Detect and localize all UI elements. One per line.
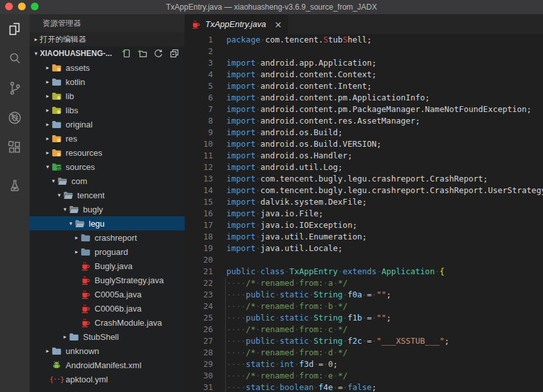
code-line-11[interactable]: 11import·android.os.Handler; <box>185 150 543 162</box>
code-area[interactable]: 1package·com.tencent.StubShell;23import·… <box>185 34 543 392</box>
tree-item-assets[interactable]: ▸assets <box>30 61 185 75</box>
code-line-16[interactable]: 16import·java.io.File; <box>185 208 543 219</box>
code-line-26[interactable]: 26····/*·renamed·from:·c·*/ <box>185 324 543 335</box>
line-number: 15 <box>185 196 213 208</box>
tree-item-com[interactable]: ▾com <box>30 174 185 188</box>
folder-icon <box>51 105 62 115</box>
code-line-4[interactable]: 4import·android.content.Context; <box>185 69 543 80</box>
collapse-all-button[interactable] <box>169 48 179 59</box>
code-text: import·android.os.Build.VERSION; <box>226 138 382 150</box>
tree-item-unknown[interactable]: ▸unknown <box>30 344 185 358</box>
code-line-5[interactable]: 5import·android.content.Intent; <box>185 80 543 92</box>
project-header[interactable]: ▾ XIAOHUASHENG-... <box>30 46 185 61</box>
traffic-light-zoom-button[interactable] <box>31 3 39 10</box>
tree-item-bugly[interactable]: ▾bugly <box>30 202 185 216</box>
tree-item-lib[interactable]: ▸lib <box>30 89 185 103</box>
android-file-icon <box>51 360 62 370</box>
code-line-30[interactable]: 30····/*·renamed·from:·e·*/ <box>185 370 543 382</box>
code-line-12[interactable]: 12import·android.util.Log; <box>185 162 543 173</box>
tree-item-label: com <box>71 176 87 186</box>
tree-item-legu[interactable]: ▾legu <box>30 216 185 230</box>
code-line-20[interactable]: 20 <box>185 254 543 266</box>
new-folder-button[interactable] <box>137 48 147 59</box>
no-bug-icon <box>7 110 23 126</box>
line-number: 14 <box>185 185 213 196</box>
tab-close-icon[interactable]: × <box>274 19 282 30</box>
activity-source-control[interactable] <box>0 73 30 103</box>
code-line-6[interactable]: 6import·android.content.pm.ApplicationIn… <box>185 92 543 104</box>
code-line-28[interactable]: 28····/*·renamed·from:·d·*/ <box>185 347 543 359</box>
tree-item-crashreport[interactable]: ▸crashreport <box>30 230 185 245</box>
code-line-25[interactable]: 25····public·static·String·f1b·=·""; <box>185 312 543 324</box>
line-number: 3 <box>185 57 213 69</box>
tree-item-StubShell[interactable]: ▸StubShell <box>30 330 185 344</box>
activity-search[interactable] <box>0 44 30 73</box>
tree-item-CrashModule.java[interactable]: CrashModule.java <box>30 315 185 330</box>
code-line-13[interactable]: 13import·com.tencent.bugly.legu.crashrep… <box>185 173 543 185</box>
code-line-9[interactable]: 9import·android.os.Build; <box>185 127 543 138</box>
code-line-24[interactable]: 24····/*·renamed·from:·b·*/ <box>185 301 543 312</box>
chevron-right-icon: ▸ <box>61 333 69 340</box>
tree-item-C0006b.java[interactable]: C0006b.java <box>30 301 185 315</box>
activity-extensions[interactable] <box>0 133 30 162</box>
new-file-button[interactable] <box>121 48 131 59</box>
code-line-8[interactable]: 8import·android.content.res.AssetManager… <box>185 115 543 127</box>
tree-item-apktool.yml[interactable]: {··}apktool.yml <box>30 372 185 386</box>
code-text: ····static·boolean·f4e·=·false; <box>226 382 376 392</box>
tree-item-label: unknown <box>66 346 99 356</box>
tree-item-Bugly.java[interactable]: Bugly.java <box>30 259 185 273</box>
java-file-icon <box>80 303 91 313</box>
activity-debug-off[interactable] <box>0 103 30 133</box>
tree-item-res[interactable]: ▸res <box>30 131 185 145</box>
line-number: 13 <box>185 173 213 185</box>
yml-file-icon: {··} <box>51 374 62 384</box>
code-line-10[interactable]: 10import·android.os.Build.VERSION; <box>185 138 543 150</box>
folder-icon <box>51 133 62 144</box>
tree-item-BuglyStrategy.java[interactable]: BuglyStrategy.java <box>30 273 185 287</box>
code-line-3[interactable]: 3import·android.app.Application; <box>185 57 543 69</box>
code-line-7[interactable]: 7import·android.content.pm.PackageManage… <box>185 104 543 115</box>
activity-bar <box>0 14 30 392</box>
traffic-light-close-button[interactable] <box>5 3 13 10</box>
folder-icon <box>51 91 62 101</box>
java-file-icon <box>80 317 91 328</box>
traffic-light-minimize-button[interactable] <box>18 3 26 10</box>
tree-item-proguard[interactable]: ▸proguard <box>30 245 185 259</box>
tree-item-resources[interactable]: ▸resources <box>30 145 185 160</box>
code-line-14[interactable]: 14import·com.tencent.bugly.legu.crashrep… <box>185 185 543 196</box>
folder-icon <box>51 147 62 158</box>
tree-item-libs[interactable]: ▸libs <box>30 103 185 117</box>
tab-txappentry[interactable]: TxAppEntry.java × <box>185 14 288 34</box>
line-number: 22 <box>185 277 213 289</box>
code-line-2[interactable]: 2 <box>185 46 543 57</box>
tree-item-C0005a.java[interactable]: C0005a.java <box>30 287 185 301</box>
activity-explorer[interactable] <box>0 14 30 44</box>
code-line-1[interactable]: 1package·com.tencent.StubShell; <box>185 34 543 46</box>
activity-tests[interactable] <box>0 171 30 201</box>
tree-item-sources[interactable]: ▾</>sources <box>30 160 185 174</box>
git-branch-icon <box>7 80 23 96</box>
line-number: 29 <box>185 359 213 370</box>
code-line-22[interactable]: 22····/*·renamed·from:·a·*/ <box>185 277 543 289</box>
code-line-19[interactable]: 19import·java.util.Locale; <box>185 243 543 254</box>
open-editors-header[interactable]: ▸ 打开的编辑器 <box>30 32 185 46</box>
new-folder-icon <box>137 48 147 59</box>
refresh-button[interactable] <box>153 48 163 59</box>
code-text: import·dalvik.system.DexFile; <box>226 196 367 208</box>
code-line-21[interactable]: 21public·class·TxAppEntry·extends·Applic… <box>185 266 543 277</box>
code-line-17[interactable]: 17import·java.io.IOException; <box>185 219 543 231</box>
tree-item-kotlin[interactable]: ▸kotlin <box>30 75 185 89</box>
chevron-right-icon: ▸ <box>44 149 51 156</box>
tree-item-tencent[interactable]: ▾tencent <box>30 188 185 202</box>
code-line-23[interactable]: 23····public·static·String·f0a·=·""; <box>185 289 543 301</box>
tree-item-AndroidManifest.xml[interactable]: AndroidManifest.xml <box>30 358 185 372</box>
code-line-31[interactable]: 31····static·boolean·f4e·=·false; <box>185 382 543 392</box>
code-line-29[interactable]: 29····static·int·f3d·=·0; <box>185 359 543 370</box>
tree-item-original[interactable]: ▸original <box>30 117 185 131</box>
code-line-27[interactable]: 27····public·static·String·f2c·=·"___XSS… <box>185 335 543 347</box>
code-line-15[interactable]: 15import·dalvik.system.DexFile; <box>185 196 543 208</box>
code-line-18[interactable]: 18import·java.util.Enumeration; <box>185 231 543 243</box>
line-number: 8 <box>185 115 213 127</box>
java-file-icon <box>80 289 91 299</box>
code-text: import·android.os.Handler; <box>226 150 353 162</box>
